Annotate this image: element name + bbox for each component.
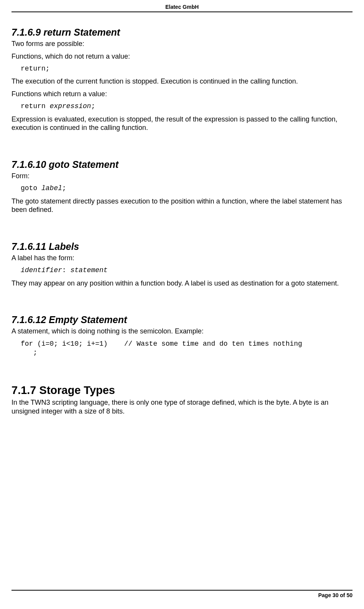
code-expression: expression [50, 102, 91, 110]
section-goto-statement: 7.1.6.10 goto Statement Form: goto label… [11, 159, 353, 214]
code-block: for (i=0; i<10; i+=1) // Waste some time… [11, 340, 353, 358]
code-text: ; [91, 102, 95, 110]
code-block: goto label; [11, 184, 353, 193]
body-text: A label has the form: [11, 254, 353, 263]
body-text: The goto statement directly passes execu… [11, 197, 353, 214]
page-header: Elatec GmbH [11, 0, 353, 12]
heading-labels: 7.1.6.11 Labels [11, 241, 353, 252]
section-return-statement: 7.1.6.9 return Statement Two forms are p… [11, 27, 353, 132]
section-storage-types: 7.1.7 Storage Types In the TWN3 scriptin… [11, 384, 353, 415]
body-text: Functions which return a value: [11, 90, 353, 98]
code-block: identifier: statement [11, 266, 353, 275]
code-block: return; [11, 64, 353, 73]
section-labels: 7.1.6.11 Labels A label has the form: id… [11, 241, 353, 287]
heading-empty-statement: 7.1.6.12 Empty Statement [11, 314, 353, 325]
heading-return-statement: 7.1.6.9 return Statement [11, 27, 353, 38]
code-expression: statement [71, 266, 108, 274]
heading-goto-statement: 7.1.6.10 goto Statement [11, 159, 353, 170]
code-text: return [21, 102, 50, 110]
code-block: return expression; [11, 102, 353, 111]
body-text: Two forms are possible: [11, 39, 353, 48]
code-text: ; [62, 184, 66, 192]
page-content: 7.1.6.9 return Statement Two forms are p… [11, 12, 353, 415]
body-text: In the TWN3 scripting language, there is… [11, 398, 353, 415]
body-text: Form: [11, 172, 353, 181]
body-text: They may appear on any position within a… [11, 279, 353, 288]
body-text: The execution of the current function is… [11, 77, 353, 86]
body-text: Functions, which do not return a value: [11, 52, 353, 61]
code-expression: label [41, 184, 62, 192]
page-number: Page 30 of 50 [318, 592, 353, 598]
code-expression: identifier [21, 266, 62, 274]
body-text: A statement, which is doing nothing is t… [11, 327, 353, 336]
company-name: Elatec GmbH [165, 4, 198, 10]
page-footer: Page 30 of 50 [11, 590, 353, 598]
section-empty-statement: 7.1.6.12 Empty Statement A statement, wh… [11, 314, 353, 357]
body-text: Expression is evaluated, execution is st… [11, 115, 353, 132]
heading-storage-types: 7.1.7 Storage Types [11, 384, 353, 397]
code-text: : [62, 266, 71, 274]
code-text: goto [21, 184, 41, 192]
